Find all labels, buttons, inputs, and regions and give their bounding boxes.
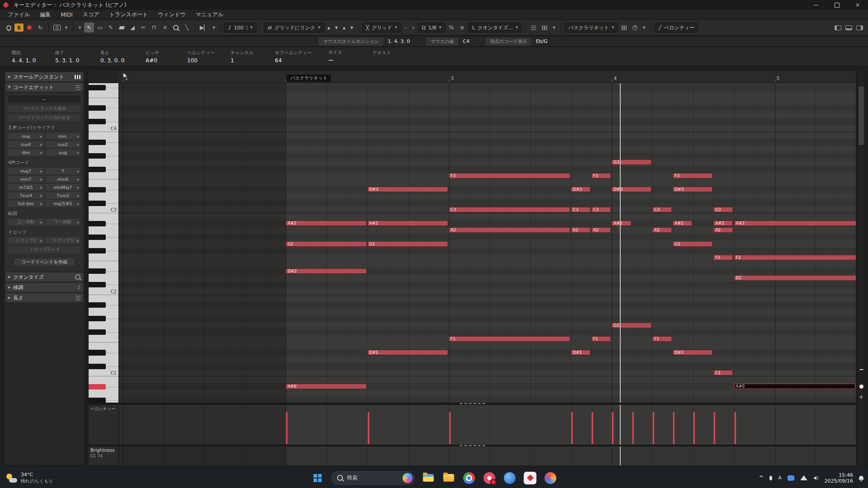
volume-icon[interactable]: ) (813, 475, 819, 480)
part-editing-button[interactable] (619, 23, 629, 33)
black-key[interactable] (89, 105, 106, 111)
event-color-dropdown[interactable]: ╱ ベロシティー (654, 23, 698, 33)
midi-note[interactable]: C3 (713, 207, 733, 212)
part-options-dropdown[interactable]: ▼ (641, 23, 647, 32)
input-options-dropdown[interactable]: ▼ (551, 23, 557, 32)
midi-note[interactable]: D#1 (673, 350, 712, 355)
black-key[interactable] (89, 268, 106, 274)
taskbar-app-cubase[interactable] (524, 471, 537, 485)
black-key[interactable] (89, 140, 106, 145)
midi-note[interactable]: A#2 (673, 221, 692, 226)
link-grid-dropdown[interactable]: ⇄ グリッドにリンク ▼ (264, 23, 325, 33)
velocity-stem[interactable] (286, 412, 288, 444)
tool-options-dropdown[interactable]: ▼ (76, 23, 83, 32)
midi-note[interactable]: G2 (368, 241, 448, 247)
midi-note[interactable]: D#3 (571, 187, 590, 192)
cycle-button[interactable]: ↻ (35, 23, 45, 33)
zoom-in-icon[interactable]: + (858, 394, 865, 400)
chat-icon[interactable] (788, 475, 794, 481)
menu-item-トランスポート[interactable]: トランスポート (104, 10, 153, 19)
midi-note[interactable]: F1 (591, 336, 611, 342)
midi-note[interactable]: A#2 (713, 221, 733, 226)
menu-item-ファイル[interactable]: ファイル (3, 10, 35, 19)
split-tool-button[interactable]: ✂ (138, 23, 148, 33)
info-field-オフベロシティー[interactable]: オフベロシティー64 (275, 50, 328, 64)
cc-lane[interactable] (119, 446, 856, 465)
chord-button-min6[interactable]: min6▶ (45, 176, 81, 183)
black-key[interactable] (89, 350, 106, 355)
black-key[interactable] (89, 302, 106, 308)
taskbar-app-browser[interactable] (544, 471, 557, 485)
chord-button-minMaj7[interactable]: minMaj7▶ (45, 184, 81, 191)
part-name-tag[interactable]: バスクラリネット (287, 75, 331, 82)
divider-grip-icon[interactable] (460, 403, 485, 404)
midi-input-button[interactable] (540, 23, 550, 33)
velocity-stem[interactable] (571, 412, 573, 444)
midi-note[interactable]: F3 (591, 173, 611, 178)
insert-velocity-value[interactable]: 100 (234, 25, 244, 31)
line-tool-button[interactable]: ╲ (182, 23, 192, 33)
midi-note[interactable]: F1 (449, 336, 570, 342)
select-tool-button[interactable]: ↖ (84, 23, 94, 33)
transpose-up-button[interactable]: ▲ (341, 23, 348, 32)
start-button[interactable] (311, 471, 325, 485)
midi-note[interactable]: G2 (286, 241, 366, 247)
velocity-lane[interactable] (119, 405, 856, 445)
taskbar-app-music[interactable] (483, 471, 496, 485)
range-tool-button[interactable]: ▭ (95, 23, 105, 33)
velocity-stem[interactable] (449, 412, 451, 444)
transpose-down-button[interactable]: ▼ (349, 23, 355, 32)
glue-tool-button[interactable]: ⊓ (149, 23, 159, 33)
midi-note[interactable]: A2 (449, 227, 570, 233)
part-selector-dropdown[interactable]: バスクラリネット ▼ (564, 23, 618, 33)
black-key[interactable] (89, 329, 106, 335)
clock[interactable]: 15:46 2025/09/16 (825, 472, 853, 484)
timeline-ruler[interactable]: 1345バスクラリネット (119, 71, 856, 83)
midi-note[interactable]: D2 (734, 275, 856, 281)
section-quantize[interactable]: ▶ クオンタイズ (5, 272, 83, 282)
velocity-stem[interactable] (693, 412, 695, 444)
chevron-up-icon[interactable]: ^ (759, 474, 764, 481)
black-key[interactable] (89, 235, 106, 240)
autoscroll-dropdown[interactable]: ▼ (210, 23, 217, 32)
velocity-stepper[interactable]: ▴▾ (246, 25, 248, 30)
info-field-ピッチ[interactable]: ピッチA#0 (146, 50, 187, 64)
black-key[interactable] (89, 167, 106, 172)
move-down-button[interactable]: ▼ (333, 23, 340, 32)
black-key[interactable] (89, 398, 106, 403)
zoom-handle-icon[interactable] (859, 385, 863, 389)
record-button[interactable] (24, 23, 34, 33)
info-field-終了[interactable]: 終了5. 3. 1. 0 (55, 50, 100, 64)
midi-note[interactable]: D#1 (571, 350, 590, 355)
copilot-icon[interactable] (403, 473, 413, 483)
midi-note[interactable]: C3 (449, 207, 570, 212)
search-box[interactable]: 検索 (331, 471, 415, 485)
cc-lane-header[interactable]: Brightness CC 74 (89, 446, 119, 465)
midi-note[interactable]: D#3 (612, 187, 651, 192)
midi-note[interactable]: G2 (673, 241, 712, 247)
snapshot-button[interactable] (52, 23, 62, 33)
snapshot-dropdown[interactable]: ▼ (63, 23, 70, 32)
midi-note[interactable]: A#2 (286, 221, 366, 226)
vertical-scrollbar[interactable]: + (857, 71, 865, 465)
midi-note[interactable]: F3 (673, 173, 712, 178)
section-scale-assistant[interactable]: ▶ スケールアシスタント (5, 72, 83, 81)
midi-note[interactable]: F1 (652, 336, 672, 342)
midi-note[interactable]: A#2 (368, 221, 448, 226)
solo-button[interactable]: S (14, 23, 24, 32)
highlighted-key[interactable] (89, 384, 106, 389)
midi-note[interactable]: D#2 (286, 268, 366, 274)
midi-note[interactable]: A#2 (612, 221, 631, 226)
chord-button-min.[interactable]: min.▶ (45, 133, 81, 140)
mic-icon[interactable] (769, 476, 772, 480)
menu-item-ウィンドウ[interactable]: ウィンドウ (153, 10, 190, 19)
chord-button-sus2[interactable]: sus2▶ (45, 141, 81, 148)
midi-note[interactable]: A2 (591, 227, 611, 233)
wifi-icon[interactable] (800, 475, 807, 480)
playhead-cursor[interactable] (620, 83, 621, 403)
weather-widget[interactable]: 34°C 晴れのちくもり (5, 468, 53, 488)
midi-note[interactable]: C3 (591, 207, 611, 212)
nudge-minus-button[interactable]: − (402, 23, 409, 32)
midi-note[interactable]: G3 (612, 160, 651, 165)
ime-indicator[interactable]: A (778, 475, 782, 481)
